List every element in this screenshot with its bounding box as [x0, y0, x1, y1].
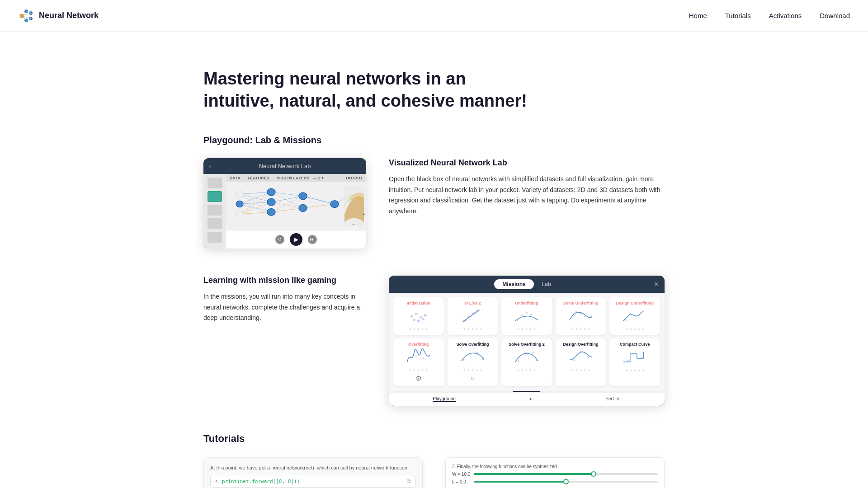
tutorials-section-title: Tutorials [203, 433, 665, 445]
svg-line-23 [271, 196, 303, 202]
logo[interactable]: Neural Network [18, 8, 99, 24]
svg-point-58 [521, 314, 523, 316]
lab-sidebar [203, 174, 226, 249]
tutorial-code-box: At this point, we have got a neural netw… [203, 457, 423, 488]
mission-card-design-underfitting[interactable]: Design Underfitting ★★★★★ [609, 297, 660, 335]
mission-card-underfitting[interactable]: Underfitting ★★★★★ [501, 297, 552, 335]
mission-chart-1 [397, 307, 440, 324]
tab-missions[interactable]: Missions [494, 279, 533, 289]
lab-network-diagram: x₁ x₂ [226, 182, 366, 230]
mission-card-title-5: Design Underfitting [613, 301, 656, 305]
svg-point-34 [267, 198, 275, 206]
tab-lab[interactable]: Lab [534, 279, 559, 289]
slider-w-thumb[interactable] [591, 471, 596, 477]
mission-stars-4: ★★★★★ [559, 327, 603, 331]
missions-bottom-bar: Playground ● Section [389, 392, 665, 406]
lab-feature-text: Open the black box of neural networks wi… [389, 174, 665, 217]
slider-w-track[interactable] [474, 473, 658, 475]
svg-point-47 [417, 319, 420, 322]
lab-restart-button[interactable]: ↺ [275, 235, 284, 244]
svg-text:x₂: x₂ [363, 213, 365, 216]
svg-point-42 [410, 315, 413, 318]
mission-card-solve-overfitting2[interactable]: Solve Overfitting 2 ★★★★★ [501, 338, 552, 386]
svg-point-81 [536, 359, 538, 361]
tutorials-row: At this point, we have got a neural netw… [203, 457, 665, 488]
lab-sidebar-item-2[interactable] [208, 191, 222, 202]
slider-b-label: b = 0.0 [452, 479, 470, 484]
nav-tutorials[interactable]: Tutorials [725, 12, 751, 19]
svg-point-59 [526, 312, 528, 314]
bottom-bar-section[interactable]: Section [605, 396, 620, 402]
bottom-bar-dot: ● [529, 396, 532, 402]
mission-card-title-10: Compact Curve [613, 342, 656, 347]
mission-card-initialization[interactable]: Initialization ★★★★★ [393, 297, 444, 335]
svg-point-31 [236, 201, 243, 207]
mission-card-solve-overfitting[interactable]: Solve Overfitting ★★★★★ ○ [448, 338, 498, 386]
logo-text: Neural Network [39, 11, 99, 20]
mission-card-compact-curve[interactable]: Compact Curve ★★★★★ [609, 338, 660, 386]
svg-point-75 [469, 353, 471, 355]
nav-download[interactable]: Download [820, 12, 850, 19]
svg-point-60 [530, 314, 532, 315]
slider-b-fill [474, 481, 566, 483]
lab-sidebar-item-1[interactable] [208, 178, 222, 188]
mission-chart-5 [613, 307, 656, 324]
nav-activations[interactable]: Activations [769, 12, 802, 19]
lab-sidebar-item-5[interactable] [208, 232, 222, 243]
svg-point-86 [633, 353, 635, 355]
lab-main-area: DATA FEATURES HIDDEN LAYERS — 1 + OUTPUT [226, 174, 366, 249]
lab-play-button[interactable]: ▶ [290, 233, 302, 246]
missions-screenshot-col: Missions Lab ✕ Initialization [389, 276, 665, 406]
playground-section-title: Playgound: Lab & Missions [203, 135, 665, 145]
slider-b-track[interactable] [474, 481, 658, 483]
mission-card-design-overfitting[interactable]: Design Overfitting ★★★★★ [556, 338, 606, 386]
slider-w-label: W = 10.0 [452, 472, 470, 477]
mission-card-wline2[interactable]: W Line 2 ★★★★★ [448, 297, 498, 335]
svg-point-46 [413, 319, 415, 321]
chart-slider-w: W = 10.0 [452, 472, 658, 477]
svg-point-57 [517, 319, 519, 321]
mission-card-title-7: Solve Overfitting [451, 342, 495, 347]
svg-point-77 [481, 358, 483, 360]
lab-header-data: DATA [230, 176, 241, 180]
mission-stars-9: ★★★★★ [559, 368, 603, 372]
mission-chart-4 [559, 307, 603, 324]
missions-heading: Learning with mission like gaming [203, 276, 366, 285]
mission-chart-9 [559, 348, 603, 365]
lab-description-col: Visualized Neural Network Lab Open the b… [389, 158, 665, 217]
mission-card-some-underfitting[interactable]: Some Underfitting ★★★★★ [556, 297, 606, 335]
tutorial-chart-label: 3. Finally, the following functions can … [452, 464, 658, 469]
svg-point-63 [576, 311, 577, 313]
lab-header-hidden: HIDDEN LAYERS — 1 + [277, 176, 339, 180]
lab-next-button[interactable]: ⏭ [308, 235, 317, 244]
svg-point-76 [476, 352, 478, 354]
missions-close-icon[interactable]: ✕ [654, 281, 659, 288]
code-copy-icon[interactable]: ⧉ [407, 478, 411, 484]
hero-title: Mastering neural networks in an intuitiv… [203, 68, 529, 113]
mission-icon-playground: ⚙ [397, 374, 440, 383]
slider-b-thumb[interactable] [563, 479, 569, 484]
mission-chart-7 [451, 348, 495, 365]
svg-point-68 [632, 314, 633, 315]
lab-sidebar-item-3[interactable] [208, 205, 222, 216]
mission-chart-3 [505, 307, 548, 324]
svg-line-21 [271, 192, 303, 196]
lab-screenshot: ‹ Neural Network Lab [203, 158, 366, 249]
tutorials-section: Tutorials At this point, we have got a n… [203, 433, 665, 488]
mission-stars-10: ★★★★★ [613, 368, 656, 372]
network-svg: x₁ x₂ [226, 182, 366, 230]
mission-chart-8 [505, 348, 548, 365]
nav-home[interactable]: Home [689, 12, 707, 19]
lab-sidebar-item-4[interactable] [208, 218, 222, 229]
bottom-bar-playground[interactable]: Playground [433, 396, 456, 402]
missions-row: Learning with mission like gaming In the… [203, 276, 665, 406]
tutorial-code-block[interactable]: < print(net.forward([0, 0])) ⧉ [210, 475, 416, 488]
mission-chart-2 [451, 307, 495, 324]
svg-point-87 [641, 357, 642, 358]
svg-point-85 [627, 360, 629, 362]
mission-stars-8: ★★★★★ [505, 368, 548, 372]
mission-card-overfitting[interactable]: Overfitting ★★★★★ ⚙ [393, 338, 444, 386]
svg-point-70 [409, 357, 410, 358]
lab-back-button[interactable]: ‹ [209, 163, 211, 169]
svg-point-30 [236, 191, 243, 197]
